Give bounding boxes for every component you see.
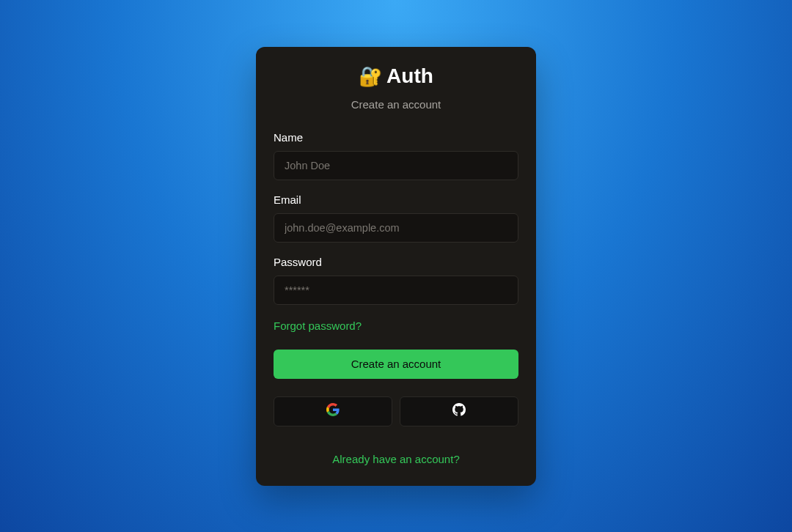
email-input[interactable] xyxy=(274,213,518,243)
github-icon xyxy=(452,403,466,419)
oauth-row xyxy=(274,396,518,426)
create-account-button[interactable]: Create an account xyxy=(274,350,518,379)
github-signin-button[interactable] xyxy=(400,396,518,426)
name-field-group: Name xyxy=(274,131,518,180)
password-field-group: Password xyxy=(274,256,518,305)
password-label: Password xyxy=(274,256,518,268)
name-input[interactable] xyxy=(274,151,518,180)
card-header: 🔐 Auth Create an account xyxy=(274,64,518,111)
forgot-password-link[interactable]: Forgot password? xyxy=(274,319,362,332)
email-label: Email xyxy=(274,193,518,206)
email-field-group: Email xyxy=(274,193,518,243)
google-signin-button[interactable] xyxy=(274,396,392,426)
already-have-account-link[interactable]: Already have an account? xyxy=(274,453,518,465)
app-title-text: Auth xyxy=(386,64,433,88)
name-label: Name xyxy=(274,131,518,144)
signup-card: 🔐 Auth Create an account Name Email Pass… xyxy=(256,47,536,486)
google-icon xyxy=(326,403,340,419)
password-input[interactable] xyxy=(274,276,518,305)
card-subtitle: Create an account xyxy=(274,98,518,111)
lock-icon: 🔐 xyxy=(359,67,382,86)
app-title: 🔐 Auth xyxy=(359,64,433,88)
